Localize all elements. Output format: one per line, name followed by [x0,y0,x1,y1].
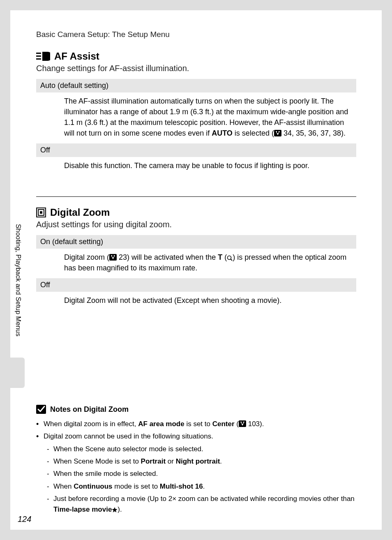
text-bold: T [218,253,222,261]
text: or [166,457,176,465]
dz-row2-body: Digital Zoom will not be activated (Exce… [36,292,356,311]
text: . [203,482,205,490]
text-bold: Portrait [141,457,166,465]
note-bullet-1: When digital zoom is in effect, AF area … [36,419,356,429]
af-row2-body: Disable this function. The camera may be… [36,157,356,176]
text: When digital zoom is in effect, [44,420,138,428]
page-header: Basic Camera Setup: The Setup Menu [36,30,170,39]
af-assist-table: Auto (default setting) The AF-assist ill… [36,79,356,176]
svg-point-8 [228,256,231,260]
side-section-label: Shooting, Playback and Setup Menus [14,224,22,337]
svg-rect-1 [36,55,41,57]
text-bold: Multi-shot 16 [160,482,203,490]
page-ref-icon [239,420,246,427]
dz-row2-head: Off [36,278,356,292]
text: is selected ( [233,129,274,137]
side-tab [10,358,25,388]
digital-zoom-title: Digital Zoom [50,207,110,218]
text: When Scene Mode is set to [53,457,141,465]
text: 34, 35, 36, 37, 38). [281,129,346,137]
text: is set to [184,420,212,428]
af-row1-body: The AF-assist illumination automatically… [36,92,356,143]
af-row2-head: Off [36,143,356,157]
digital-zoom-icon [36,208,46,217]
text: Digital zoom ( [64,253,109,261]
svg-rect-6 [40,211,42,214]
section-divider [36,196,356,197]
af-row1-head: Auto (default setting) [36,79,356,92]
note-sub-1: When the Scene auto selector mode is sel… [44,444,356,455]
section-af-assist: AF Assist Change settings for AF-assist … [36,51,356,176]
text: . [220,457,222,465]
svg-line-9 [231,259,233,261]
digital-zoom-table: On (default setting) Digital zoom ( 23) … [36,235,356,311]
notes-title: Notes on Digital Zoom [50,405,129,414]
note-sub-3: When the smile mode is selected. [44,468,356,479]
svg-rect-0 [36,53,41,54]
text: When [53,482,74,490]
text: mode is set to [113,482,160,490]
text: ( [222,253,227,261]
text: Digital zoom cannot be used in the follo… [44,432,213,440]
dz-row1-body: Digital zoom ( 23) will be activated whe… [36,249,356,278]
text-bold: AF area mode [138,420,184,428]
text: Just before recording a movie (Up to 2× … [53,495,355,503]
page-number: 124 [18,515,31,524]
note-sub-4: When Continuous mode is set to Multi-sho… [44,481,356,492]
svg-rect-2 [36,58,41,60]
note-bullet-2: Digital zoom cannot be used in the follo… [36,431,356,515]
text-bold: Continuous [74,482,112,490]
af-assist-subtitle: Change settings for AF-assist illuminati… [36,64,356,73]
section-digital-zoom: Digital Zoom Adjust settings for using d… [36,207,356,311]
dz-row1-head: On (default setting) [36,235,356,249]
text-bold: Time-lapse movie [53,505,112,513]
af-assist-icon [36,52,50,61]
star-icon [112,507,118,513]
text-bold: AUTO [212,129,233,137]
note-sub-5: Just before recording a movie (Up to 2× … [44,494,356,515]
notes-section: Notes on Digital Zoom When digital zoom … [36,405,356,517]
text: ). [118,505,122,513]
text: 103). [246,420,264,428]
text-bold: Night portrait [176,457,220,465]
page-ref-icon [109,254,117,261]
text-bold: Center [212,420,235,428]
af-assist-title: AF Assist [54,51,99,62]
digital-zoom-subtitle: Adjust settings for using digital zoom. [36,220,356,229]
note-check-icon [36,405,46,414]
page-ref-icon [274,130,281,136]
text: 23) will be activated when the [117,253,218,261]
note-sub-2: When Scene Mode is set to Portrait or Ni… [44,456,356,467]
text: ( [235,420,239,428]
magnify-icon [227,255,233,261]
